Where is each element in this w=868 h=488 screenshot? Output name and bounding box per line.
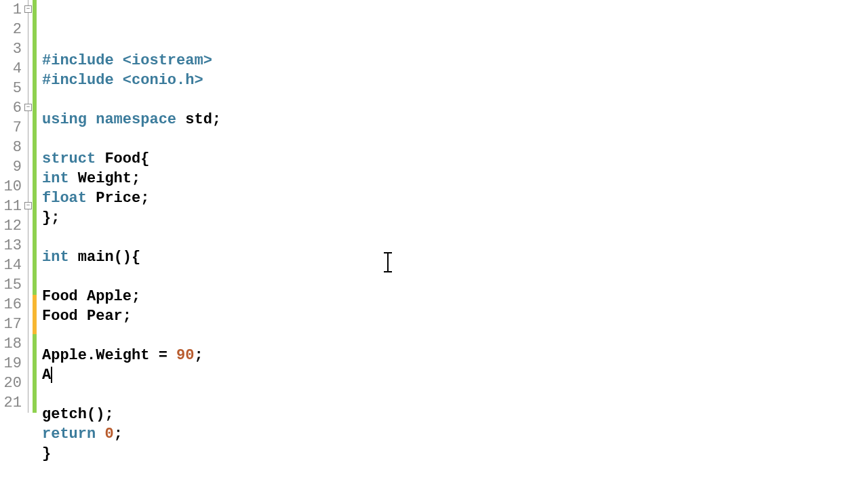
fold-guide xyxy=(24,256,33,275)
code-line[interactable]: #include <iostream> xyxy=(42,51,868,70)
fold-guide xyxy=(24,393,33,413)
fold-guide xyxy=(24,157,33,177)
code-line[interactable]: } xyxy=(42,444,868,464)
code-line[interactable]: struct Food{ xyxy=(42,149,868,169)
fold-guide xyxy=(24,373,33,393)
line-number: 16 xyxy=(0,295,22,314)
line-number: 18 xyxy=(0,334,22,354)
line-number: 11 xyxy=(0,197,22,216)
fold-guide xyxy=(24,39,33,59)
code-line[interactable] xyxy=(42,267,868,287)
line-number: 1 xyxy=(0,0,22,20)
line-number: 12 xyxy=(0,216,22,236)
line-number: 7 xyxy=(0,118,22,138)
minus-icon[interactable]: − xyxy=(24,5,32,13)
line-number: 20 xyxy=(0,373,22,393)
line-number: 4 xyxy=(0,59,22,79)
line-number: 9 xyxy=(0,157,22,177)
fold-guide xyxy=(24,334,33,354)
code-line[interactable] xyxy=(42,129,868,149)
fold-guide xyxy=(24,118,33,138)
fold-guide xyxy=(24,79,33,98)
fold-guide xyxy=(24,177,33,197)
code-line[interactable] xyxy=(42,385,868,405)
line-number: 5 xyxy=(0,79,22,98)
line-number-gutter: 123456789101112131415161718192021 xyxy=(0,0,24,488)
fold-guide xyxy=(24,236,33,256)
code-line[interactable]: Food Pear; xyxy=(42,306,868,326)
code-line[interactable]: float Price; xyxy=(42,188,868,208)
code-line[interactable]: A xyxy=(42,365,868,385)
code-editor[interactable]: 123456789101112131415161718192021 −−− #i… xyxy=(0,0,868,488)
fold-toggle[interactable]: − xyxy=(24,98,33,118)
line-number: 2 xyxy=(0,20,22,39)
code-line[interactable] xyxy=(42,90,868,110)
code-line[interactable]: using namespace std; xyxy=(42,110,868,129)
code-area[interactable]: #include <iostream>#include <conio.h>usi… xyxy=(37,0,868,488)
text-caret xyxy=(51,367,52,383)
code-line[interactable]: getch(); xyxy=(42,405,868,424)
line-number: 15 xyxy=(0,275,22,295)
fold-guide xyxy=(24,295,33,314)
fold-toggle[interactable]: − xyxy=(24,0,33,20)
minus-icon[interactable]: − xyxy=(24,104,32,111)
code-line[interactable]: #include <conio.h> xyxy=(42,70,868,90)
minus-icon[interactable]: − xyxy=(24,202,32,209)
text-cursor-ibeam-icon xyxy=(381,252,395,272)
code-line[interactable]: int Weight; xyxy=(42,169,868,188)
code-line[interactable]: Food Apple; xyxy=(42,287,868,306)
line-number: 10 xyxy=(0,177,22,197)
line-number: 3 xyxy=(0,39,22,59)
fold-guide xyxy=(24,59,33,79)
line-number: 17 xyxy=(0,314,22,334)
fold-guide xyxy=(24,20,33,39)
fold-guide xyxy=(24,354,33,373)
code-line[interactable]: int main(){ xyxy=(42,247,868,267)
line-number: 14 xyxy=(0,256,22,275)
code-line[interactable] xyxy=(42,228,868,247)
fold-column[interactable]: −−− xyxy=(24,0,33,488)
code-line[interactable] xyxy=(42,326,868,346)
code-line[interactable]: }; xyxy=(42,208,868,228)
line-number: 13 xyxy=(0,236,22,256)
fold-toggle[interactable]: − xyxy=(24,197,33,216)
fold-guide xyxy=(24,275,33,295)
line-number: 19 xyxy=(0,354,22,373)
code-line[interactable]: return 0; xyxy=(42,424,868,444)
fold-guide xyxy=(24,216,33,236)
fold-guide xyxy=(24,138,33,157)
line-number: 21 xyxy=(0,393,22,413)
line-number: 6 xyxy=(0,98,22,118)
fold-guide xyxy=(24,314,33,334)
code-line[interactable]: Apple.Weight = 90; xyxy=(42,346,868,365)
line-number: 8 xyxy=(0,138,22,157)
